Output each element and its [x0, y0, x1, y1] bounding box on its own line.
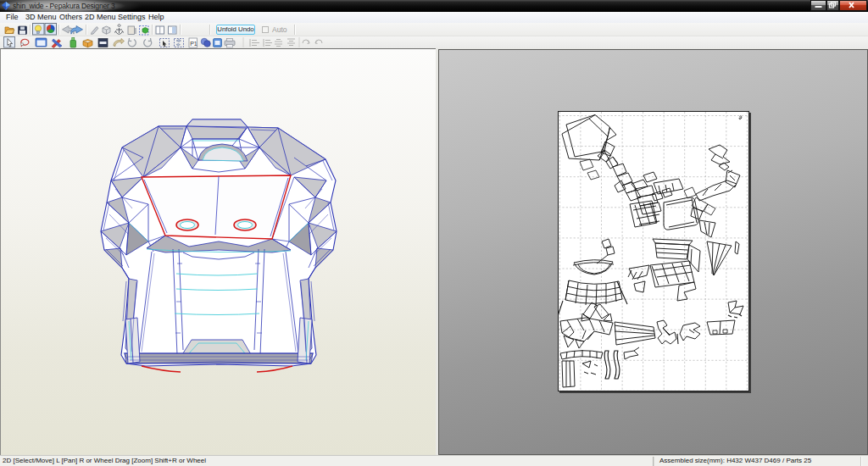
svg-text:P1: P1	[190, 41, 198, 47]
